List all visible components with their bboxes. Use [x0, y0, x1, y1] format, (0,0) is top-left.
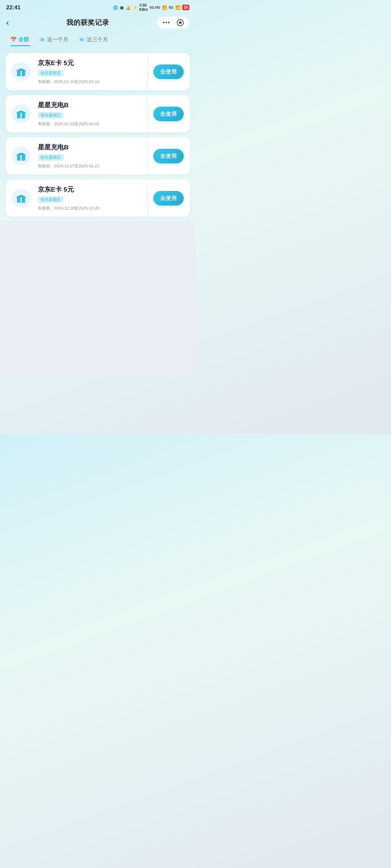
tab-month1-label: 近一个月: [47, 36, 68, 43]
nav-divider: [173, 20, 174, 25]
card-action: 去使用: [147, 137, 190, 175]
prize-tag: 快乐星期五: [38, 70, 64, 76]
signal-bars2: 📶: [175, 5, 180, 10]
card-info: 星星充电B 快乐星期五 有效期：2024-12-27至2025-01-27: [35, 137, 147, 175]
prize-name: 星星充电B: [38, 101, 144, 110]
scan-icon[interactable]: [177, 19, 184, 26]
signal-5g-hd: 5G HD: [149, 6, 160, 9]
svg-point-27: [21, 196, 22, 197]
globe-icon: 🌐: [113, 5, 118, 10]
prize-card-4: 京东E卡 5元 快乐星期五 有效期：2024-12-20至2025-12-20 …: [6, 180, 190, 217]
more-icon[interactable]: •••: [163, 20, 170, 26]
tab-all-label: 全部: [18, 36, 29, 43]
use-button-4[interactable]: 去使用: [153, 191, 184, 206]
tab-all[interactable]: 📅 全部: [6, 33, 34, 46]
svg-point-6: [21, 69, 22, 71]
prize-card-1: 京东E卡 5元 快乐星期五 有效期：2025-01-10至2025-02-10 …: [6, 53, 190, 90]
use-button-2[interactable]: 去使用: [153, 106, 184, 121]
card-info: 京东E卡 5元 快乐星期五 有效期：2024-12-20至2025-12-20: [35, 180, 147, 217]
prize-list: 京东E卡 5元 快乐星期五 有效期：2025-01-10至2025-02-10 …: [0, 49, 196, 221]
nav-actions: •••: [157, 17, 189, 29]
prize-tag: 快乐星期五: [38, 196, 64, 203]
signal-bars: 📶: [162, 5, 167, 10]
prize-name: 京东E卡 5元: [38, 59, 144, 67]
game-icon: ▣: [120, 5, 124, 10]
prize-validity: 有效期：2024-12-27至2025-01-27: [38, 163, 144, 169]
card-icon-area: [6, 53, 35, 90]
back-button[interactable]: ‹: [6, 18, 19, 28]
gift-icon-wrap: [12, 147, 30, 165]
tab-month1-badge: 30: [39, 37, 46, 42]
status-icons: 🌐 ▣ 🔔 ⚡ 3.50KB/s 5G HD 📶 5G 📶 18: [113, 3, 189, 12]
prize-card-2: 星星充电B 快乐星期五 有效期：2025-01-03至2025-02-03 去使…: [6, 95, 190, 132]
gift-icon-wrap: [12, 189, 30, 207]
battery-indicator: 18: [182, 5, 189, 10]
gift-icon: [16, 108, 26, 119]
bluetooth-icon: ⚡: [133, 5, 137, 10]
signal-text: 3.50KB/s: [139, 3, 148, 12]
svg-point-13: [21, 111, 22, 113]
gift-icon-wrap: [12, 104, 30, 123]
card-icon-area: [6, 137, 35, 175]
prize-validity: 有效期：2025-01-03至2025-02-03: [38, 121, 144, 127]
card-icon-area: [6, 180, 35, 217]
status-time: 22:41: [6, 4, 21, 11]
mute-icon: 🔔: [126, 5, 131, 10]
prize-validity: 有效期：2025-01-10至2025-02-10: [38, 79, 144, 85]
calendar-icon: 📅: [10, 37, 17, 42]
card-action: 去使用: [147, 95, 190, 132]
tab-bar: 📅 全部 30 近一个月 90 近三个月: [0, 33, 196, 49]
gift-icon: [16, 66, 26, 77]
svg-point-20: [21, 153, 22, 155]
tab-month3[interactable]: 90 近三个月: [74, 33, 113, 46]
gift-icon: [16, 151, 26, 161]
use-button-1[interactable]: 去使用: [153, 64, 184, 79]
gift-icon: [16, 193, 26, 204]
card-info: 星星充电B 快乐星期五 有效期：2025-01-03至2025-02-03: [35, 95, 147, 132]
prize-card-3: 星星充电B 快乐星期五 有效期：2024-12-27至2025-01-27 去使…: [6, 137, 190, 175]
bottom-area: [0, 221, 196, 376]
page-title: 我的获奖记录: [66, 18, 109, 27]
prize-name: 京东E卡 5元: [38, 185, 144, 194]
prize-tag: 快乐星期五: [38, 154, 64, 161]
back-icon: ‹: [6, 18, 9, 28]
use-button-3[interactable]: 去使用: [153, 149, 184, 163]
prize-name: 星星充电B: [38, 143, 144, 152]
gift-icon-wrap: [12, 62, 30, 81]
tab-month1[interactable]: 30 近一个月: [34, 33, 74, 46]
card-action: 去使用: [147, 53, 190, 90]
nav-bar: ‹ 我的获奖记录 •••: [0, 13, 196, 33]
tab-month3-label: 近三个月: [87, 36, 108, 43]
nav-pill[interactable]: •••: [157, 17, 189, 29]
signal-5g: 5G: [169, 6, 173, 9]
status-bar: 22:41 🌐 ▣ 🔔 ⚡ 3.50KB/s 5G HD 📶 5G 📶 18: [0, 0, 196, 13]
tab-month3-badge: 90: [78, 37, 85, 42]
card-action: 去使用: [147, 180, 190, 217]
prize-validity: 有效期：2024-12-20至2025-12-20: [38, 206, 144, 211]
prize-tag: 快乐星期五: [38, 112, 64, 119]
card-info: 京东E卡 5元 快乐星期五 有效期：2025-01-10至2025-02-10: [35, 53, 147, 90]
card-icon-area: [6, 95, 35, 132]
